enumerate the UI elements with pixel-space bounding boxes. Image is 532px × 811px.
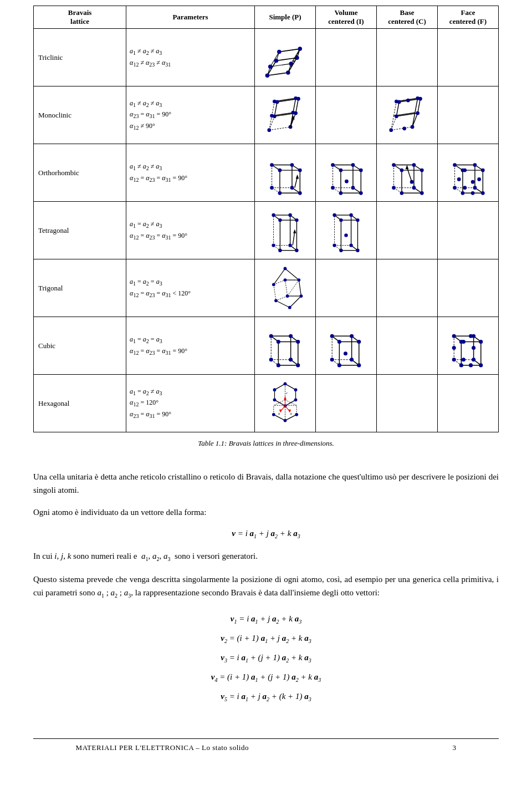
col-header-base: Basecentered (C) <box>377 6 438 29</box>
svg-point-43 <box>294 96 298 100</box>
footer-text: MATERIALI PER L'ELETTRONICA – Lo stato s… <box>76 743 249 752</box>
diagram-tetragonal-base <box>377 202 438 259</box>
svg-point-15 <box>274 59 278 63</box>
svg-point-278 <box>472 358 475 361</box>
table-row: Orthorhombic a1 ≠ a2 ≠ a3 α12 = α23 = α3… <box>34 144 499 202</box>
svg-point-105 <box>339 191 343 195</box>
svg-text:c: c <box>286 391 288 395</box>
svg-line-5 <box>267 61 276 76</box>
svg-point-238 <box>277 363 280 367</box>
footer: MATERIALI PER L'ELETTRONICA – Lo stato s… <box>33 738 499 752</box>
formula-v5: v5 = i a1 + j a2 + (k + 1) a3 <box>33 688 499 705</box>
svg-point-239 <box>296 363 300 367</box>
svg-line-21 <box>269 127 290 130</box>
svg-point-199 <box>332 213 336 217</box>
svg-line-215 <box>285 280 288 296</box>
svg-point-65 <box>416 96 420 100</box>
svg-point-177 <box>272 213 275 217</box>
paragraph4: Questo sistema prevede che venga descrit… <box>33 573 499 600</box>
lattice-monoclinic: Monoclinic <box>34 86 126 144</box>
svg-point-59 <box>389 128 393 132</box>
table-row: Triclinic a1 ≠ a2 ≠ a3 α12 ≠ α23 ≠ α31 <box>34 29 499 86</box>
params-tetragonal: a1 = a2 ≠ a3 α12 = α23 = α31 = 90° <box>126 202 255 259</box>
math-formula-1: v = i a1 + j a2 + k a3 <box>33 529 499 539</box>
svg-line-48 <box>412 113 418 127</box>
svg-point-220 <box>300 294 303 298</box>
svg-point-68 <box>406 99 410 103</box>
svg-line-54 <box>412 113 415 127</box>
svg-point-16 <box>268 64 272 68</box>
diagram-monoclinic-base <box>377 86 438 144</box>
svg-point-62 <box>395 114 398 118</box>
svg-tetragonal-simple <box>258 204 312 254</box>
svg-point-285 <box>462 358 466 361</box>
svg-point-86 <box>290 163 294 167</box>
svg-line-204 <box>285 268 299 280</box>
svg-point-290 <box>472 346 475 350</box>
diagram-triclinic-face <box>438 29 499 86</box>
table-row: Monoclinic a1 ≠ a2 ≠ a3 α23 = α31 = 90° … <box>34 86 499 144</box>
table-row: Cubic a1 = a2 = a3 α12 = α23 = α31 = 90° <box>34 317 499 375</box>
svg-point-13 <box>286 70 290 74</box>
svg-line-206 <box>299 280 301 296</box>
svg-point-159 <box>463 169 467 172</box>
lattice-cubic: Cubic <box>34 317 126 375</box>
svg-line-56 <box>394 101 397 116</box>
formula-v3: v3 = i a1 + (j + 1) a2 + k a3 <box>33 649 499 666</box>
svg-line-31 <box>272 101 275 116</box>
svg-point-180 <box>295 218 298 222</box>
svg-point-106 <box>359 191 363 195</box>
diagram-hexagonal-simple: a a c <box>255 375 316 432</box>
paragraph3: In cui i, j, k sono numeri reali e a1, a… <box>33 549 499 564</box>
svg-line-26 <box>296 99 299 113</box>
svg-orthorhombic-body <box>319 146 373 197</box>
svg-orthorhombic-face <box>441 146 495 197</box>
svg-point-288 <box>469 334 473 338</box>
svg-point-256 <box>330 358 334 361</box>
svg-point-280 <box>479 363 483 367</box>
svg-point-155 <box>463 186 467 190</box>
svg-cubic-simple <box>258 319 312 370</box>
svg-point-88 <box>298 169 302 172</box>
lattice-orthorhombic: Orthorhombic <box>34 144 126 202</box>
diagram-cubic-body <box>316 317 377 375</box>
paragraph1: Una cella unitaria è detta anche reticol… <box>33 470 499 497</box>
diagram-trigonal-simple <box>255 259 316 317</box>
svg-point-262 <box>337 340 341 344</box>
svg-point-160 <box>471 180 475 184</box>
svg-point-179 <box>278 218 282 222</box>
table-caption: Table 1.1: Bravais lattices in three-dim… <box>33 439 499 448</box>
svg-line-25 <box>274 102 277 116</box>
svg-point-154 <box>481 169 485 172</box>
svg-point-83 <box>278 191 282 195</box>
svg-point-237 <box>289 358 293 361</box>
svg-point-19 <box>277 50 281 54</box>
diagram-hexagonal-base <box>377 375 438 432</box>
svg-point-219 <box>284 278 287 282</box>
svg-point-149 <box>461 191 465 195</box>
svg-line-207 <box>274 284 276 300</box>
lattice-triclinic: Triclinic <box>34 29 126 86</box>
svg-point-128 <box>392 163 396 167</box>
svg-point-241 <box>289 334 293 338</box>
diagram-cubic-face <box>438 317 499 375</box>
svg-point-18 <box>298 47 302 50</box>
svg-point-150 <box>481 191 485 195</box>
svg-point-103 <box>331 186 335 190</box>
svg-point-216 <box>284 267 287 271</box>
table-row: Tetragonal a1 = a2 ≠ a3 α12 = α23 = α31 … <box>34 202 499 259</box>
svg-point-178 <box>288 213 291 217</box>
params-monoclinic: a1 ≠ a2 ≠ a3 α23 = α31 = 90° α12 ≠ 90° <box>126 86 255 144</box>
svg-point-307 <box>273 388 277 391</box>
svg-line-298 <box>285 384 296 390</box>
svg-marker-182 <box>293 229 296 233</box>
diagram-monoclinic-simple <box>255 86 316 144</box>
svg-point-257 <box>350 358 354 361</box>
svg-point-127 <box>420 191 424 195</box>
svg-point-281 <box>452 334 456 338</box>
svg-point-66 <box>395 100 398 104</box>
svg-point-107 <box>331 163 335 167</box>
diagram-cubic-base <box>377 317 438 375</box>
col-header-simple: Simple (P) <box>255 6 316 29</box>
svg-point-87 <box>278 169 282 172</box>
